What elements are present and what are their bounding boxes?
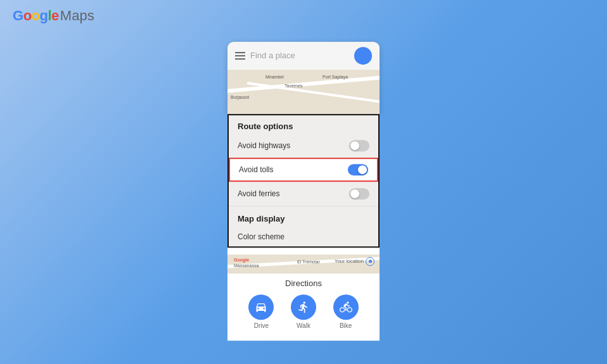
map-label-mirambel: Mirambel	[265, 75, 284, 79]
logo-area: Google Maps	[0, 0, 107, 32]
location-dot-icon	[366, 257, 374, 266]
route-options-title: Route options	[229, 115, 378, 135]
google-map-label: Google	[234, 258, 249, 262]
search-bar: Find a place	[227, 42, 380, 70]
directions-title: Directions	[227, 273, 380, 292]
avoid-highways-row: Avoid highways	[229, 135, 378, 156]
color-scheme-row[interactable]: Color scheme	[229, 227, 378, 246]
logo-o1: o	[23, 8, 32, 23]
drive-label: Drive	[254, 322, 269, 329]
drive-icon-circle	[248, 294, 274, 320]
maps-label: Maps	[60, 8, 94, 24]
avoid-ferries-toggle[interactable]	[349, 188, 369, 199]
map-label-port-saplaya: Port Saplaya	[323, 75, 348, 79]
drive-icon	[255, 301, 267, 313]
walk-option[interactable]: Walk	[291, 294, 316, 329]
drive-option[interactable]: Drive	[248, 294, 274, 329]
map-label-burjassot: Burjassot	[231, 95, 249, 99]
avoid-ferries-row: Avoid ferries	[229, 183, 378, 204]
avoid-highways-toggle[interactable]	[349, 140, 369, 151]
avoid-tolls-label: Avoid tolls	[239, 165, 273, 174]
directions-icons-row: Drive Walk Bike	[227, 292, 380, 332]
divider	[229, 206, 378, 206]
logo-o2: o	[32, 8, 40, 23]
massanassa-label: Massanassa	[234, 263, 259, 268]
walk-icon-circle	[291, 294, 316, 320]
phone-container: Find a place Mirambel Tavernes Burjassot…	[227, 42, 380, 341]
map-background-top: Mirambel Tavernes Burjassot Port Saplaya	[227, 70, 380, 114]
bike-icon-circle	[333, 294, 359, 320]
hamburger-icon[interactable]	[235, 52, 245, 60]
walk-label: Walk	[297, 322, 310, 329]
settings-panel: Route options Avoid highways Avoid tolls…	[227, 114, 380, 248]
bottom-panel: Google Massanassa El Tremolar Your locat…	[227, 248, 380, 341]
logo-e: e	[51, 8, 59, 23]
map-label-tavernes: Tavernes	[284, 84, 302, 88]
color-scheme-label: Color scheme	[238, 232, 284, 241]
avoid-tolls-row: Avoid tolls	[229, 158, 378, 182]
map-panel: Find a place Mirambel Tavernes Burjassot…	[227, 42, 380, 114]
el-tremolar-label: El Tremolar	[297, 260, 320, 264]
google-logo: Google	[13, 8, 59, 24]
your-location-bar: Your location	[335, 257, 374, 266]
bike-label: Bike	[340, 322, 352, 329]
logo-g: G	[13, 8, 23, 23]
bike-icon	[340, 301, 352, 313]
user-avatar[interactable]	[354, 47, 372, 65]
walk-icon	[297, 301, 310, 313]
avoid-tolls-toggle[interactable]	[348, 164, 368, 175]
map-bottom-strip: Google Massanassa El Tremolar Your locat…	[227, 254, 380, 273]
logo-g2: g	[40, 8, 48, 23]
bike-option[interactable]: Bike	[333, 294, 359, 329]
avoid-highways-label: Avoid highways	[238, 141, 290, 150]
avoid-ferries-label: Avoid ferries	[238, 189, 279, 198]
your-location-text: Your location	[335, 258, 364, 264]
map-display-title: Map display	[229, 208, 378, 227]
search-input[interactable]: Find a place	[250, 51, 349, 60]
